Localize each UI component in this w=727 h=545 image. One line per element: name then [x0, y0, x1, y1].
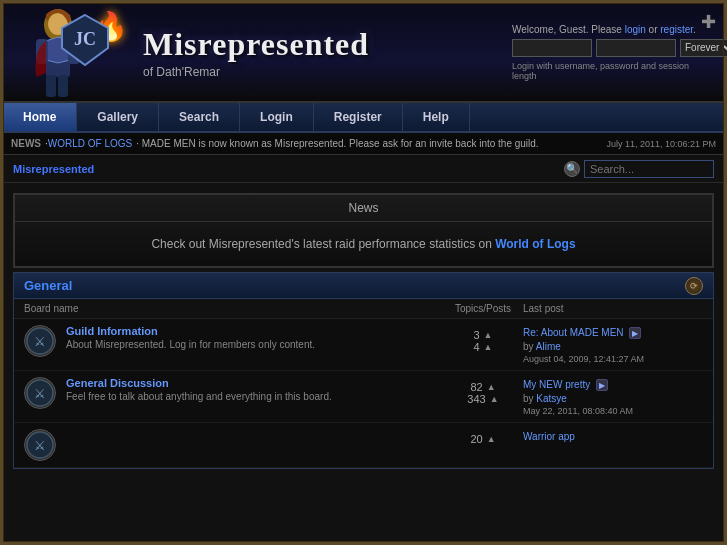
register-link[interactable]: register	[660, 24, 693, 35]
news-section-header: News	[15, 195, 712, 222]
table-row: ⚔ Guild Information About Misrepresented…	[14, 319, 713, 371]
nav-login[interactable]: Login	[240, 103, 314, 131]
lastpost-date-2: May 22, 2011, 08:08:40 AM	[523, 406, 703, 416]
svg-text:JC: JC	[74, 29, 96, 49]
forum-link-guild-info[interactable]: Guild Information	[66, 325, 443, 337]
nav-gallery[interactable]: Gallery	[77, 103, 159, 131]
topics-icon: ▲	[484, 330, 493, 340]
news-ticker: NEWS · WORLD OF LOGS · MADE MEN is now k…	[3, 133, 724, 155]
posts-icon: ▲	[484, 342, 493, 352]
lastpost-title-3: Warrior app	[523, 431, 703, 442]
ticker-link1[interactable]: WORLD OF LOGS	[48, 138, 132, 149]
forum-lastpost-2: My NEW pretty ▶ by Katsye May 22, 2011, …	[523, 377, 703, 416]
lastpost-nav-icon-2: ▶	[596, 379, 608, 391]
forum-counts-3: 20 ▲	[443, 429, 523, 445]
search-input[interactable]	[584, 160, 714, 178]
forum-info-3	[66, 429, 443, 454]
svg-text:⚔: ⚔	[34, 334, 46, 349]
general-section: General ⟳ Board name Topics/Posts Last p…	[13, 272, 714, 469]
nav-home[interactable]: Home	[3, 103, 77, 131]
header-login-area: Welcome, Guest. Please login or register…	[504, 16, 724, 89]
world-of-logs-link[interactable]: World of Logs	[495, 237, 575, 251]
topics-count-3: 20	[470, 433, 482, 445]
forum-desc-3	[66, 443, 443, 454]
news-body-text: Check out Misrepresented's latest raid p…	[151, 237, 491, 251]
forum-desc: About Misrepresented. Log in for members…	[66, 339, 443, 350]
lastpost-title-2: My NEW pretty ▶	[523, 379, 703, 391]
page-container: 🔥 JC	[0, 0, 727, 545]
login-hint: Login with username, password and sessio…	[512, 61, 716, 81]
welcome-text: Welcome, Guest. Please login or register…	[512, 24, 716, 35]
shield-logo: JC	[58, 13, 113, 68]
forum-desc-2: Feel free to talk about anything and eve…	[66, 391, 443, 402]
posts-icon-2: ▲	[490, 394, 499, 404]
lastpost-author[interactable]: Alime	[536, 341, 561, 352]
svg-text:⚔: ⚔	[34, 386, 46, 401]
forum-link-3[interactable]	[66, 429, 443, 441]
lastpost-date: August 04, 2009, 12:41:27 AM	[523, 354, 703, 364]
header-logo: 🔥 JC	[3, 5, 133, 100]
breadcrumb-bar: Misrepresented 🔍	[3, 155, 724, 183]
topics-icon-3: ▲	[487, 434, 496, 444]
breadcrumb[interactable]: Misrepresented	[13, 163, 94, 175]
lastpost-author-2[interactable]: Katsye	[536, 393, 567, 404]
news-body: Check out Misrepresented's latest raid p…	[15, 222, 712, 266]
news-section: News Check out Misrepresented's latest r…	[13, 193, 714, 268]
main-content: News Check out Misrepresented's latest r…	[3, 183, 724, 479]
general-section-icon: ⟳	[685, 277, 703, 295]
search-icon: 🔍	[564, 161, 580, 177]
login-form-row: Forever Login	[512, 39, 716, 57]
header-title-area: Misrepresented of Dath'Remar	[133, 26, 504, 79]
session-select[interactable]: Forever	[680, 39, 727, 57]
username-input[interactable]	[512, 39, 592, 57]
lastpost-link-3[interactable]: Warrior app	[523, 431, 575, 442]
forum-counts-2: 82 ▲ 343 ▲	[443, 377, 523, 405]
ticker-date: July 11, 2011, 10:06:21 PM	[606, 139, 716, 149]
svg-text:⚔: ⚔	[34, 438, 46, 453]
forum-icon-3: ⚔	[24, 429, 56, 461]
forum-lastpost: Re: About MADE MEN ▶ by Alime August 04,…	[523, 325, 703, 364]
table-row: ⚔ 20 ▲ Warrior app	[14, 423, 713, 468]
site-title: Misrepresented	[143, 26, 504, 63]
svg-rect-7	[46, 75, 56, 97]
forum-icon: ⚔	[24, 325, 56, 357]
topics-count-2: 82	[470, 381, 482, 393]
login-link[interactable]: login	[625, 24, 646, 35]
posts-count: 4	[473, 341, 479, 353]
ticker-text: · MADE MEN is now known as Misrepresente…	[136, 138, 538, 149]
table-row: ⚔ General Discussion Feel free to talk a…	[14, 371, 713, 423]
nav-search[interactable]: Search	[159, 103, 240, 131]
col-header-lastpost: Last post	[523, 303, 703, 314]
lastpost-by: by Alime	[523, 341, 703, 352]
posts-count-2: 343	[467, 393, 485, 405]
lastpost-link[interactable]: Re: About MADE MEN	[523, 327, 624, 338]
ticker-label: NEWS	[11, 138, 41, 149]
site-subtitle: of Dath'Remar	[143, 65, 504, 79]
navbar: Home Gallery Search Login Register Help	[3, 103, 724, 133]
lastpost-nav-icon: ▶	[629, 327, 641, 339]
lastpost-by-2: by Katsye	[523, 393, 703, 404]
forum-info-2: General Discussion Feel free to talk abo…	[66, 377, 443, 402]
topics-count: 3	[473, 329, 479, 341]
password-input[interactable]	[596, 39, 676, 57]
svg-rect-8	[58, 75, 68, 97]
forum-icon-2: ⚔	[24, 377, 56, 409]
forum-info: Guild Information About Misrepresented. …	[66, 325, 443, 350]
nav-help[interactable]: Help	[403, 103, 470, 131]
col-header-board-name: Board name	[24, 303, 443, 314]
lastpost-title: Re: About MADE MEN ▶	[523, 327, 703, 339]
lastpost-link-2[interactable]: My NEW pretty	[523, 379, 590, 390]
general-title: General	[24, 278, 72, 293]
forum-counts: 3 ▲ 4 ▲	[443, 325, 523, 353]
forum-lastpost-3: Warrior app	[523, 429, 703, 442]
col-header-topics: Topics/Posts	[443, 303, 523, 314]
topics-icon-2: ▲	[487, 382, 496, 392]
table-header: Board name Topics/Posts Last post	[14, 299, 713, 319]
search-area: 🔍	[564, 160, 714, 178]
general-header: General ⟳	[14, 273, 713, 299]
header: 🔥 JC	[3, 3, 724, 103]
cross-icon: ✚	[701, 11, 716, 33]
forum-link-general-disc[interactable]: General Discussion	[66, 377, 443, 389]
nav-register[interactable]: Register	[314, 103, 403, 131]
